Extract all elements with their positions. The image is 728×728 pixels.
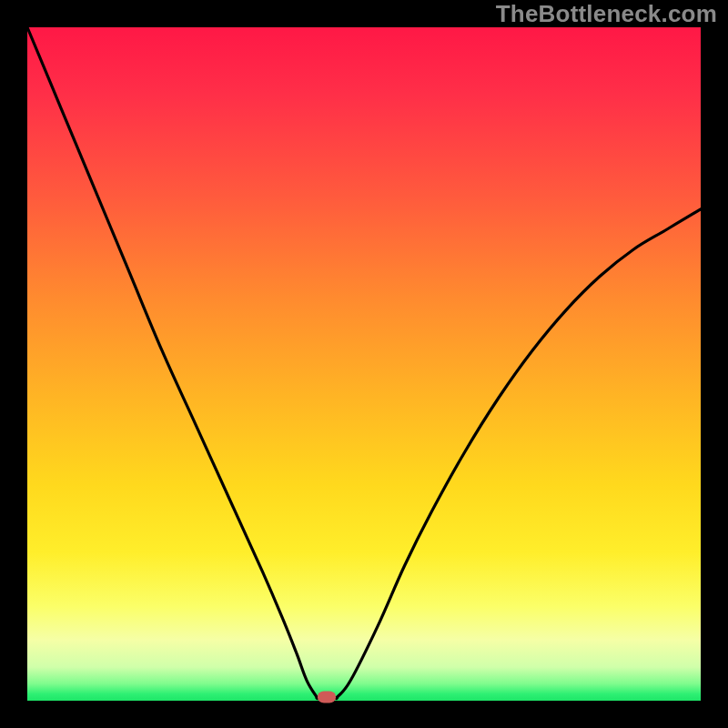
- curve-path: [27, 27, 701, 699]
- watermark-text: TheBottleneck.com: [496, 0, 717, 28]
- min-marker: [318, 692, 336, 703]
- bottleneck-curve: [27, 27, 701, 701]
- plot-area: [27, 27, 701, 701]
- chart-frame: TheBottleneck.com: [0, 0, 728, 728]
